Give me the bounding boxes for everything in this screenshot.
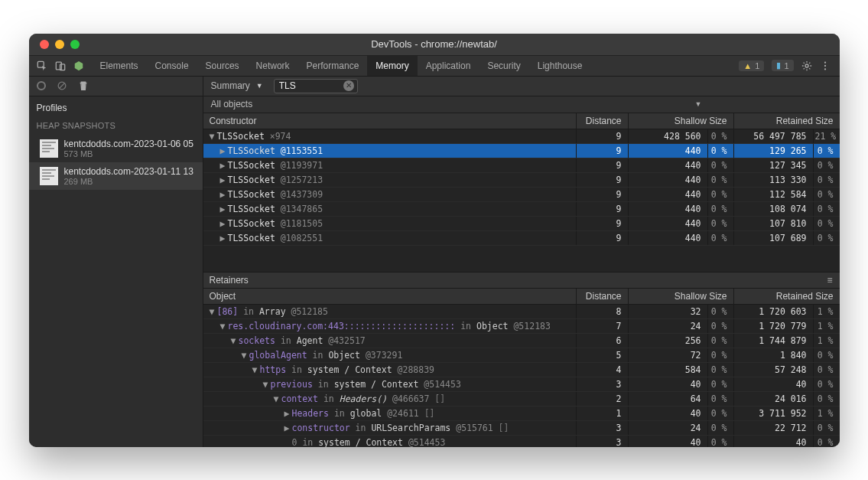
minimize-window-button[interactable] — [55, 40, 64, 49]
header-constructor[interactable]: Constructor — [203, 113, 577, 129]
retainers-header-row: Object Distance Shallow Size Retained Si… — [203, 289, 840, 305]
window-title: DevTools - chrome://newtab/ — [29, 38, 840, 50]
clear-filter-icon[interactable]: ✕ — [343, 80, 354, 91]
snapshot-item[interactable]: kentcdodds.com-2023-01-06 05 573 MB — [29, 135, 203, 162]
warnings-count: 1 — [755, 61, 759, 70]
retainers-grid: Object Distance Shallow Size Retained Si… — [203, 289, 840, 447]
traffic-lights — [29, 40, 80, 49]
profiles-sidebar: Profiles HEAP SNAPSHOTS kentcdodds.com-2… — [29, 96, 203, 447]
view-mode-dropdown-icon[interactable]: ▼ — [256, 82, 268, 90]
warning-triangle-icon: ▲ — [743, 61, 752, 70]
retainer-row[interactable]: ▼res.cloudinary.com:443:::::::::::::::::… — [203, 319, 840, 334]
snapshot-name: kentcdodds.com-2023-01-11 13 — [64, 166, 193, 177]
retainer-row[interactable]: ▼sockets in Agent @43251762560 %1 744 87… — [203, 334, 840, 348]
retainer-row[interactable]: ▶constructor in URLSearchParams @515761 … — [203, 421, 840, 436]
snapshot-item[interactable]: kentcdodds.com-2023-01-11 13 269 MB — [29, 162, 203, 190]
svg-point-4 — [805, 64, 808, 67]
tab-sources[interactable]: Sources — [197, 56, 248, 76]
clear-button[interactable] — [57, 80, 67, 91]
issue-chat-icon: ▮ — [776, 60, 781, 70]
constructor-instance-row[interactable]: ▶TLSSocket @143730994400 %112 5840 % — [203, 188, 840, 202]
chevron-down-icon: ▼ — [695, 100, 702, 108]
close-window-button[interactable] — [40, 40, 49, 49]
tab-application[interactable]: Application — [418, 56, 480, 76]
snapshot-name: kentcdodds.com-2023-01-06 05 — [64, 139, 193, 149]
profiles-title: Profiles — [29, 96, 203, 118]
svg-point-7 — [824, 68, 825, 70]
snapshot-thumb-icon — [40, 167, 58, 185]
snapshot-size: 573 MB — [64, 149, 193, 158]
issues-count: 1 — [784, 61, 788, 70]
retainer-row[interactable]: 0 in system / Context @5144533400 %400 % — [203, 436, 840, 447]
panel-tabs: Elements Console Sources Network Perform… — [92, 56, 591, 76]
svg-marker-3 — [74, 60, 83, 70]
header-shallow-size[interactable]: Shallow Size — [629, 289, 734, 304]
header-retained-size[interactable]: Retained Size — [734, 113, 840, 129]
object-filter-label: All objects — [211, 99, 253, 109]
device-toolbar-icon[interactable] — [55, 60, 66, 71]
memory-toolbar: Summary ▼ TLS ✕ — [29, 77, 840, 96]
more-menu-icon[interactable] — [820, 60, 831, 71]
snapshot-size: 269 MB — [64, 177, 193, 186]
object-filter-dropdown[interactable]: All objects ▼ — [203, 96, 840, 113]
retainer-row[interactable]: ▼previous in system / Context @514453340… — [203, 377, 840, 392]
zoom-window-button[interactable] — [70, 40, 80, 49]
header-distance[interactable]: Distance — [577, 113, 629, 129]
retainer-row[interactable]: ▼globalAgent in Object @3732915720 %1 84… — [203, 348, 840, 363]
header-retained-size[interactable]: Retained Size — [734, 289, 840, 304]
warnings-badge[interactable]: ▲ 1 — [739, 60, 764, 71]
tab-elements[interactable]: Elements — [92, 56, 147, 76]
constructor-instance-row[interactable]: ▶TLSSocket @115355194400 %129 2650 % — [203, 144, 840, 158]
main-tabbar: Elements Console Sources Network Perform… — [29, 55, 840, 77]
class-filter-input[interactable]: TLS ✕ — [274, 79, 358, 93]
svg-point-6 — [824, 64, 825, 66]
svg-line-9 — [59, 83, 64, 89]
constructor-instance-row[interactable]: ▶TLSSocket @108255194400 %107 6890 % — [203, 231, 840, 246]
class-filter-value: TLS — [279, 80, 296, 91]
retainer-row[interactable]: ▼[86] in Array @5121858320 %1 720 6031 % — [203, 305, 840, 319]
heap-main-panel: All objects ▼ Constructor Distance Shall… — [203, 96, 840, 447]
constructor-instance-row[interactable]: ▶TLSSocket @125721394400 %113 3300 % — [203, 173, 840, 188]
issues-badge[interactable]: ▮ 1 — [772, 60, 793, 71]
titlebar: DevTools - chrome://newtab/ — [29, 34, 840, 55]
retainer-row[interactable]: ▶Headers in global @24611 []1400 %3 711 … — [203, 407, 840, 421]
retainers-title: Retainers — [210, 275, 249, 286]
node-green-icon[interactable] — [73, 60, 84, 71]
constructor-instance-row[interactable]: ▶TLSSocket @134786594400 %108 0740 % — [203, 202, 840, 217]
tab-performance[interactable]: Performance — [298, 56, 368, 76]
retainer-row[interactable]: ▼https in system / Context @28883945840 … — [203, 363, 840, 377]
retainers-menu-icon[interactable]: ≡ — [827, 275, 833, 286]
tab-security[interactable]: Security — [479, 56, 528, 76]
header-shallow-size[interactable]: Shallow Size — [629, 113, 734, 129]
constructors-grid: Constructor Distance Shallow Size Retain… — [203, 113, 840, 272]
record-button[interactable] — [37, 81, 46, 90]
svg-rect-10 — [81, 83, 85, 90]
view-mode-label[interactable]: Summary — [211, 80, 250, 91]
delete-button[interactable] — [78, 80, 89, 91]
constructor-instance-row[interactable]: ▶TLSSocket @119397194400 %127 3450 % — [203, 158, 840, 173]
tab-network[interactable]: Network — [248, 56, 298, 76]
constructor-instance-row[interactable]: ▶TLSSocket @118150594400 %107 8100 % — [203, 217, 840, 231]
tab-memory[interactable]: Memory — [367, 56, 417, 76]
svg-point-5 — [824, 61, 825, 63]
settings-gear-icon[interactable] — [801, 60, 812, 71]
retainer-row[interactable]: ▼context in Headers() @466637 []2640 %24… — [203, 392, 840, 407]
constructor-group-row[interactable]: ▼TLSSocket ×9749428 5600 %56 497 78521 % — [203, 129, 840, 144]
snapshot-thumb-icon — [40, 139, 58, 158]
inspect-element-icon[interactable] — [37, 60, 47, 71]
header-object[interactable]: Object — [203, 289, 577, 304]
devtools-window: DevTools - chrome://newtab/ Elements Con… — [29, 34, 840, 447]
heap-snapshots-label: HEAP SNAPSHOTS — [29, 118, 203, 135]
constructors-header-row: Constructor Distance Shallow Size Retain… — [203, 113, 840, 129]
tab-console[interactable]: Console — [147, 56, 197, 76]
svg-rect-1 — [56, 62, 61, 70]
tab-lighthouse[interactable]: Lighthouse — [529, 56, 591, 76]
header-distance[interactable]: Distance — [577, 289, 629, 304]
retainers-titlebar[interactable]: Retainers ≡ — [203, 272, 840, 289]
